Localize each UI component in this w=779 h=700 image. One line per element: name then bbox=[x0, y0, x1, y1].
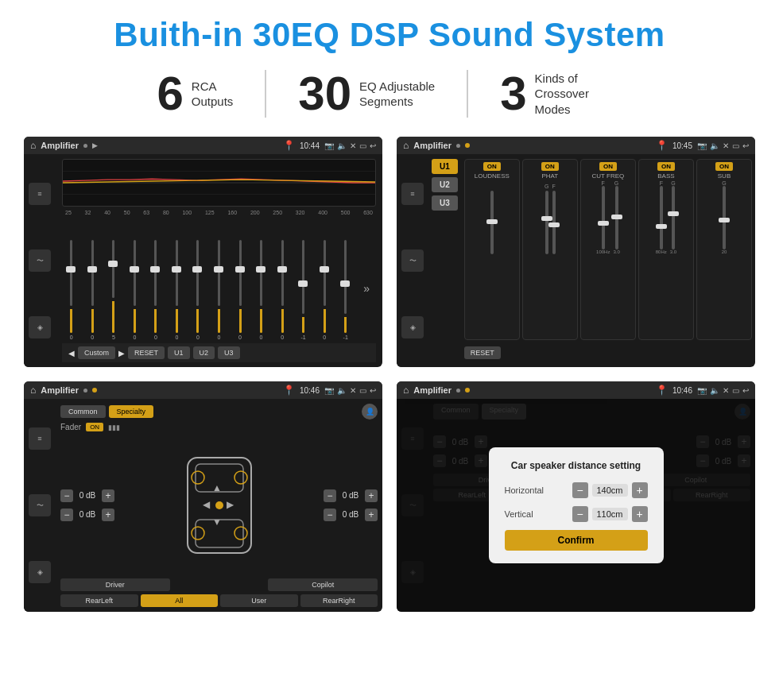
eq-slider[interactable]: 5 bbox=[104, 237, 123, 340]
eq-slider[interactable]: 0 bbox=[126, 237, 145, 340]
speaker-sidebar-btn1[interactable]: ≡ bbox=[29, 427, 51, 450]
eq-slider[interactable]: 0 bbox=[62, 237, 81, 340]
common-tab[interactable]: Common bbox=[60, 405, 106, 418]
vol-plus-4[interactable]: + bbox=[365, 509, 378, 521]
cutfreq-control: ON CUT FREQ F 100Hz bbox=[580, 159, 636, 340]
driver-btn[interactable]: Driver bbox=[60, 578, 170, 591]
crossover-reset-btn[interactable]: RESET bbox=[464, 346, 501, 359]
u3-select-btn[interactable]: U3 bbox=[432, 195, 458, 211]
home-icon2[interactable]: ⌂ bbox=[403, 140, 409, 151]
eq-slider[interactable]: 0 bbox=[315, 237, 334, 340]
vol-row-3: − 0 dB + bbox=[324, 489, 378, 502]
dialog-vertical-row: Vertical − 110cm + bbox=[505, 506, 648, 522]
home-icon[interactable]: ⌂ bbox=[30, 140, 36, 151]
speaker-sidebar-btn2[interactable]: 〜 bbox=[29, 494, 51, 516]
bass-slider[interactable] bbox=[660, 186, 663, 249]
u2-select-btn[interactable]: U2 bbox=[432, 177, 458, 192]
vertical-plus-btn[interactable]: + bbox=[632, 506, 648, 522]
on-badge-phat[interactable]: ON bbox=[541, 162, 559, 171]
vol-minus-3[interactable]: − bbox=[324, 489, 336, 502]
on-badge-cutfreq[interactable]: ON bbox=[599, 162, 617, 171]
reset-btn[interactable]: RESET bbox=[128, 346, 165, 359]
eq-track bbox=[260, 240, 262, 306]
home-icon3[interactable]: ⌂ bbox=[30, 385, 36, 396]
eq-slider[interactable]: 0 bbox=[146, 237, 165, 340]
eq-slider[interactable]: 0 bbox=[252, 237, 271, 340]
eq-more[interactable]: » bbox=[357, 237, 376, 340]
phat-slider-g[interactable] bbox=[545, 191, 548, 254]
vol-minus-2[interactable]: − bbox=[60, 509, 73, 521]
orange-dot4 bbox=[465, 388, 470, 393]
vol-plus-3[interactable]: + bbox=[365, 489, 378, 502]
back-icon3[interactable]: ↩ bbox=[370, 386, 376, 395]
speaker-sidebar-btn3[interactable]: ◈ bbox=[29, 561, 51, 583]
rearleft-btn[interactable]: RearLeft bbox=[60, 594, 138, 607]
crossover-sidebar-btn1[interactable]: ≡ bbox=[401, 183, 424, 205]
eq-slider[interactable]: -1 bbox=[336, 237, 355, 340]
topbar-eq: ⌂ Amplifier ▶ 📍 10:44 📷 🔈 ✕ ▭ ↩ bbox=[24, 137, 382, 154]
user-btn[interactable]: User bbox=[220, 594, 298, 607]
prev-btn[interactable]: ◀ bbox=[68, 349, 75, 358]
eq-thumb bbox=[66, 266, 76, 273]
ctrl-name-loudness: LOUDNESS bbox=[475, 172, 510, 180]
phat-slider-f[interactable] bbox=[552, 191, 556, 254]
back-icon2[interactable]: ↩ bbox=[742, 141, 749, 150]
back-icon4[interactable]: ↩ bbox=[742, 386, 749, 395]
eq-slider[interactable]: 0 bbox=[210, 237, 229, 340]
eq-fill bbox=[302, 317, 304, 333]
eq-sidebar-btn2[interactable]: 〜 bbox=[29, 249, 51, 272]
cutfreq-slider2[interactable] bbox=[615, 186, 618, 249]
eq-slider[interactable]: 0 bbox=[168, 237, 187, 340]
eq-thumb bbox=[340, 280, 350, 287]
eq-track bbox=[239, 240, 242, 306]
specialty-tab[interactable]: Specialty bbox=[109, 405, 154, 418]
next-btn[interactable]: ▶ bbox=[118, 349, 125, 358]
topbar-icons-eq: 📷 🔈 ✕ ▭ ↩ bbox=[324, 141, 376, 150]
vol-minus-4[interactable]: − bbox=[324, 509, 336, 521]
home-icon4[interactable]: ⌂ bbox=[403, 385, 409, 396]
all-btn[interactable]: All bbox=[141, 594, 219, 607]
on-badge-bass[interactable]: ON bbox=[657, 162, 675, 171]
u2-btn[interactable]: U2 bbox=[193, 346, 215, 359]
car-diagram: ▲ ▼ ◀ ▶ bbox=[119, 435, 319, 575]
volume-icon4: 🔈 bbox=[710, 386, 719, 395]
vol-plus-2[interactable]: + bbox=[102, 509, 114, 521]
vol-minus-1[interactable]: − bbox=[60, 489, 73, 502]
horizontal-minus-btn[interactable]: − bbox=[572, 482, 588, 498]
person-icon: 👤 bbox=[362, 404, 378, 420]
bass-slider2[interactable] bbox=[672, 186, 675, 249]
horizontal-plus-btn[interactable]: + bbox=[632, 482, 648, 498]
stat-number-rca: 6 bbox=[157, 70, 183, 118]
u1-select-btn[interactable]: U1 bbox=[432, 159, 458, 174]
vol-plus-1[interactable]: + bbox=[102, 489, 114, 502]
camera-icon2: 📷 bbox=[697, 141, 707, 150]
eq-slider[interactable]: 0 bbox=[188, 237, 207, 340]
on-badge-sub[interactable]: ON bbox=[715, 162, 733, 171]
eq-slider[interactable]: 0 bbox=[273, 237, 292, 340]
eq-sidebar-btn3[interactable]: ◈ bbox=[29, 316, 51, 338]
u1-btn[interactable]: U1 bbox=[168, 346, 190, 359]
crossover-sidebar-btn3[interactable]: ◈ bbox=[401, 316, 424, 338]
copilot-btn[interactable]: Copilot bbox=[268, 578, 378, 591]
on-badge-loudness[interactable]: ON bbox=[483, 162, 501, 171]
orange-dot3 bbox=[92, 388, 97, 393]
fader-on-btn[interactable]: ON bbox=[86, 423, 103, 431]
confirm-button[interactable]: Confirm bbox=[505, 530, 648, 551]
rearright-btn[interactable]: RearRight bbox=[300, 594, 378, 607]
sub-slider[interactable] bbox=[723, 186, 726, 249]
eq-slider[interactable]: -1 bbox=[294, 237, 313, 340]
eq-sidebar-btn1[interactable]: ≡ bbox=[29, 183, 51, 205]
custom-btn[interactable]: Custom bbox=[78, 346, 115, 359]
back-icon[interactable]: ↩ bbox=[370, 141, 376, 150]
eq-thumb bbox=[235, 266, 245, 273]
eq-slider[interactable]: 0 bbox=[83, 237, 103, 340]
stat-label-eq: EQ AdjustableSegments bbox=[359, 79, 435, 110]
u3-btn[interactable]: U3 bbox=[218, 346, 240, 359]
cutfreq-slider[interactable] bbox=[602, 186, 605, 249]
camera-icon4: 📷 bbox=[697, 386, 707, 395]
crossover-sidebar-btn2[interactable]: 〜 bbox=[401, 249, 424, 272]
loudness-slider[interactable] bbox=[490, 191, 494, 254]
vertical-minus-btn[interactable]: − bbox=[572, 506, 588, 522]
eq-slider[interactable]: 0 bbox=[231, 237, 250, 340]
topbar-time-eq: 10:44 bbox=[300, 141, 320, 150]
